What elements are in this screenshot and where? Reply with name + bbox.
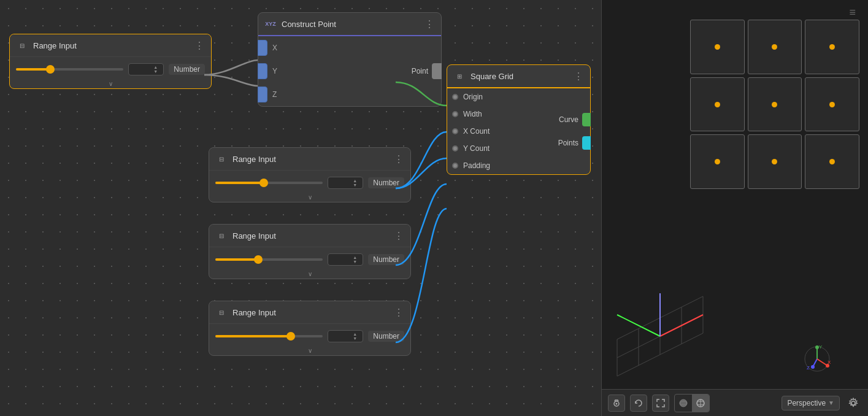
sg-out-points-socket[interactable] [582, 136, 591, 150]
arrow-down-2[interactable]: ▼ [353, 183, 357, 187]
cp-label-y: Y [267, 67, 282, 75]
arrow-down-1[interactable]: ▼ [153, 69, 158, 74]
sg-out-curve-label: Curve [559, 115, 578, 124]
slider-thumb-4[interactable] [286, 332, 295, 341]
arrow-down-3[interactable]: ▼ [353, 260, 357, 264]
thumb-dot-1-2 [772, 44, 777, 50]
perspective-label: Perspective [787, 399, 826, 407]
range-expand-1[interactable]: ∨ [10, 79, 211, 88]
sliders-icon-1: ⊟ [20, 42, 25, 49]
slider-thumb-3[interactable] [254, 255, 263, 264]
grid-3d-view [608, 281, 709, 382]
range-input-2-title: Range Input [232, 155, 389, 164]
cp-socket-y[interactable] [258, 63, 267, 79]
cp-socket-x[interactable] [258, 40, 267, 56]
arrow-up-3[interactable]: ▲ [353, 255, 357, 260]
square-grid-header: ⊞ Square Grid ⋮ [447, 65, 590, 88]
sg-socket-padding[interactable] [452, 163, 458, 169]
refresh-button[interactable] [630, 395, 647, 412]
range-input-icon-4: ⊟ [215, 306, 228, 318]
sg-out-curve-socket[interactable] [582, 113, 591, 126]
svg-point-22 [616, 403, 618, 404]
sg-socket-xcount[interactable] [452, 128, 458, 134]
slider-bg-3 [215, 258, 323, 261]
range-input-2-value[interactable]: 30 ▲ ▼ [328, 177, 363, 189]
range-slider-4[interactable] [215, 332, 323, 341]
slider-fill-3 [215, 258, 258, 261]
svg-text:X: X [828, 360, 831, 365]
svg-point-23 [680, 399, 687, 407]
range-input-3-body: 3 ▲ ▼ Number [209, 247, 410, 269]
square-grid-menu[interactable]: ⋮ [574, 71, 584, 82]
range-slider-3[interactable] [215, 255, 323, 264]
range-input-node-2: ⊟ Range Input ⋮ 30 ▲ ▼ Number ∨ [209, 147, 411, 202]
construct-point-menu[interactable]: ⋮ [424, 18, 435, 30]
sg-out-points-label: Points [558, 139, 578, 147]
range-arrows-4[interactable]: ▲ ▼ [353, 332, 357, 341]
range-input-1-field[interactable]: 52 [131, 65, 153, 74]
arrow-up-2[interactable]: ▲ [353, 179, 357, 183]
slider-bg-1 [16, 68, 123, 71]
thumbnail-grid [688, 17, 862, 191]
range-input-1-title: Range Input [33, 41, 190, 50]
sg-socket-ycount[interactable] [452, 145, 458, 152]
range-input-4-value[interactable]: 10 ▲ ▼ [328, 330, 363, 342]
range-expand-2[interactable]: ∨ [209, 193, 410, 202]
construct-point-header: XYZ Construct Point ⋮ [258, 13, 441, 36]
thumb-dot-3-2 [772, 159, 777, 164]
range-input-4-menu[interactable]: ⋮ [394, 307, 404, 318]
range-label-2: Number [368, 177, 404, 188]
range-input-2-field[interactable]: 30 [331, 179, 353, 187]
cp-out-socket[interactable] [432, 63, 442, 79]
thumb-2-1 [690, 77, 745, 132]
range-arrows-1[interactable]: ▲ ▼ [153, 65, 158, 74]
range-expand-4[interactable]: ∨ [209, 346, 410, 355]
range-input-3-header: ⊟ Range Input ⋮ [209, 225, 410, 247]
range-input-1-body: 52 ▲ ▼ Number [10, 57, 211, 79]
arrow-up-1[interactable]: ▲ [153, 65, 158, 69]
range-input-3-value[interactable]: 3 ▲ ▼ [328, 253, 363, 266]
range-arrows-3[interactable]: ▲ ▼ [353, 255, 357, 264]
range-input-3-menu[interactable]: ⋮ [394, 230, 404, 242]
range-input-4-title: Range Input [232, 308, 389, 317]
slider-bg-2 [215, 182, 323, 184]
arrow-down-4[interactable]: ▼ [353, 336, 357, 341]
slider-thumb-1[interactable] [46, 65, 55, 74]
range-input-1-value[interactable]: 52 ▲ ▼ [128, 63, 164, 75]
fullscreen-button[interactable] [652, 395, 669, 412]
construct-point-node: XYZ Construct Point ⋮ X Y Z Point [258, 12, 442, 107]
cp-port-x: X [258, 36, 412, 60]
svg-point-16 [811, 365, 815, 369]
range-slider-1[interactable] [16, 65, 123, 74]
wireframe-mode-btn[interactable] [692, 395, 709, 412]
range-label-4: Number [368, 331, 404, 342]
range-input-node-3: ⊟ Range Input ⋮ 3 ▲ ▼ Number ∨ [209, 224, 411, 279]
sg-out-points: Points [558, 136, 590, 150]
sg-socket-width[interactable] [452, 111, 458, 117]
range-input-2-menu[interactable]: ⋮ [394, 153, 404, 165]
range-input-4-field[interactable]: 10 [331, 332, 353, 341]
slider-thumb-2[interactable] [259, 179, 268, 187]
svg-text:Y: Y [819, 344, 823, 350]
viewport-settings-button[interactable] [845, 395, 862, 412]
perspective-dropdown[interactable]: Perspective ▼ [782, 396, 840, 410]
sg-port-origin: Origin [447, 88, 558, 106]
cp-output: Point [412, 63, 441, 79]
range-expand-3[interactable]: ∨ [209, 269, 410, 279]
range-input-1-menu[interactable]: ⋮ [194, 40, 205, 52]
thumb-dot-2-1 [715, 102, 720, 107]
range-arrows-2[interactable]: ▲ ▼ [353, 179, 357, 187]
range-input-3-field[interactable]: 3 [331, 255, 353, 264]
range-slider-2[interactable] [215, 179, 323, 187]
arrow-up-4[interactable]: ▲ [353, 332, 357, 336]
cp-out-label: Point [412, 67, 428, 75]
range-label-1: Number [169, 64, 205, 75]
solid-mode-btn[interactable] [675, 395, 692, 412]
range-input-3-title: Range Input [232, 231, 389, 241]
camera-button[interactable] [608, 395, 625, 412]
sg-label-ycount: Y Count [463, 144, 490, 153]
sg-socket-origin[interactable] [452, 94, 458, 100]
range-input-2-header: ⊟ Range Input ⋮ [209, 148, 410, 171]
range-input-2-body: 30 ▲ ▼ Number [209, 171, 410, 193]
cp-socket-z[interactable] [258, 87, 267, 102]
